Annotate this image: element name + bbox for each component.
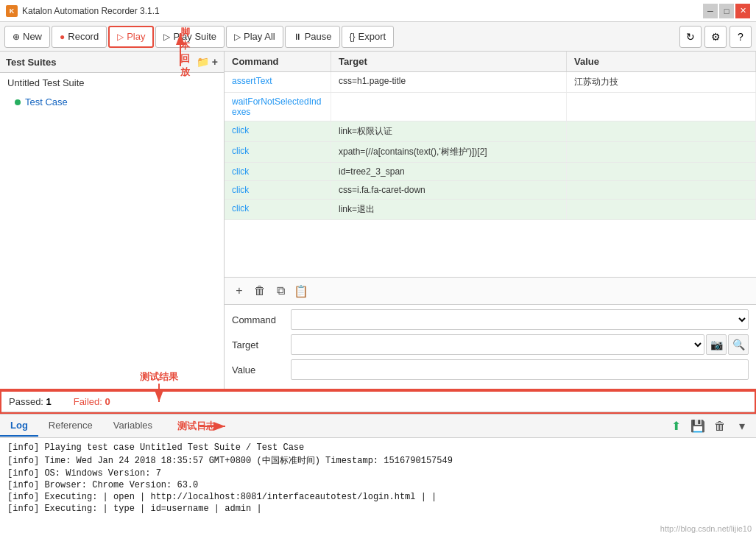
new-button[interactable]: ⊕ New bbox=[4, 26, 50, 48]
suite-name: Untitled Test Suite bbox=[7, 77, 85, 88]
test-case-status-dot bbox=[15, 99, 21, 105]
toolbar-left: ⊕ New ● Record ▷ Play ▷ Play Suite ▷ Pla… bbox=[4, 26, 394, 48]
maximize-button[interactable]: □ bbox=[719, 4, 734, 18]
table-row[interactable]: click link=权限认证 bbox=[225, 121, 756, 142]
command-cell: click bbox=[225, 181, 331, 199]
table-row[interactable]: click id=tree2_3_span bbox=[225, 163, 756, 181]
window-controls: ─ □ ✕ bbox=[703, 4, 750, 18]
table-row[interactable]: waitForNotSelectedIndexes bbox=[225, 93, 756, 121]
test-case-label: Test Case bbox=[25, 96, 68, 107]
failed-count: 0 bbox=[105, 396, 110, 407]
failed-label: Failed: 0 bbox=[74, 396, 110, 407]
pause-label: Pause bbox=[305, 31, 332, 42]
command-select[interactable] bbox=[291, 309, 749, 330]
target-select[interactable] bbox=[291, 334, 704, 355]
target-cell: css=h1.page-title bbox=[331, 72, 567, 92]
form-area: Command Target 📷 🔍 Value bbox=[225, 305, 756, 389]
status-bar: Passed: 1 Failed: 0 bbox=[1, 390, 755, 412]
command-row: Command bbox=[232, 309, 749, 330]
delete-row-button[interactable]: 🗑 bbox=[251, 282, 269, 300]
pause-button[interactable]: ⏸ Pause bbox=[285, 26, 340, 48]
add-suite-icon[interactable]: + bbox=[212, 56, 218, 68]
value-cell bbox=[567, 121, 756, 141]
folder-icon[interactable]: 📁 bbox=[197, 56, 209, 68]
command-cell: assertText bbox=[225, 72, 331, 92]
log-expand-btn[interactable]: ▾ bbox=[732, 417, 752, 436]
target-cell bbox=[331, 93, 567, 121]
test-suites-actions: 📁 + bbox=[197, 56, 218, 68]
table-row[interactable]: click css=i.fa.fa-caret-down bbox=[225, 181, 756, 200]
table-actions: + 🗑 ⧉ 📋 bbox=[225, 278, 756, 305]
value-input[interactable] bbox=[291, 359, 749, 380]
value-cell: 江苏动力技 bbox=[567, 72, 756, 92]
command-form-label: Command bbox=[232, 314, 291, 325]
copy-row-button[interactable]: ⧉ bbox=[272, 282, 289, 300]
log-line: [info] Executing: | open | http://localh… bbox=[7, 492, 749, 502]
log-content: [info] Playing test case Untitled Test S… bbox=[0, 438, 756, 536]
help-icon-btn[interactable]: ? bbox=[729, 26, 752, 48]
paste-row-button[interactable]: 📋 bbox=[292, 282, 310, 300]
add-row-button[interactable]: + bbox=[230, 282, 248, 300]
record-button[interactable]: ● Record bbox=[52, 26, 107, 48]
test-case-item[interactable]: Test Case bbox=[0, 93, 224, 111]
test-suites-title: Test Suites bbox=[6, 57, 56, 68]
value-cell bbox=[567, 93, 756, 121]
play-suite-button[interactable]: ▷ Play Suite bbox=[155, 26, 225, 48]
log-area: Log Reference Variables 测试日志 ⬆ 💾 🗑 bbox=[0, 414, 756, 536]
play-all-icon: ▷ bbox=[234, 32, 241, 42]
tab-reference[interactable]: Reference bbox=[38, 415, 103, 437]
log-save-btn[interactable]: 💾 bbox=[688, 417, 707, 436]
toolbar-right: ↻ ⚙ ? bbox=[679, 26, 752, 48]
log-tabs: Log Reference Variables 测试日志 ⬆ 💾 🗑 bbox=[0, 415, 756, 438]
value-header: Value bbox=[567, 52, 756, 71]
play-all-button[interactable]: ▷ Play All bbox=[226, 26, 283, 48]
tab-log[interactable]: Log bbox=[0, 415, 38, 437]
play-button[interactable]: ▷ Play bbox=[108, 26, 154, 48]
table-row[interactable]: click xpath=(//a[contains(text(),'树维护')]… bbox=[225, 142, 756, 163]
play-suite-icon: ▷ bbox=[163, 32, 170, 42]
log-clear-btn[interactable]: 🗑 bbox=[710, 417, 729, 436]
table-row[interactable]: click link=退出 bbox=[225, 200, 756, 220]
record-label: Record bbox=[68, 31, 99, 42]
target-form-label: Target bbox=[232, 339, 291, 350]
value-cell bbox=[567, 163, 756, 180]
log-line: [info] Time: Wed Jan 24 2018 18:35:57 GM… bbox=[7, 454, 749, 467]
log-line: [info] OS: Windows Version: 7 bbox=[7, 468, 749, 479]
close-button[interactable]: ✕ bbox=[735, 4, 750, 18]
export-button[interactable]: {} Export bbox=[342, 26, 395, 48]
target-search-btn[interactable]: 🔍 bbox=[728, 334, 749, 355]
command-cell: click bbox=[225, 121, 331, 141]
target-screenshot-btn[interactable]: 📷 bbox=[706, 334, 727, 355]
right-panel: Command Target Value assertText css=h1.p… bbox=[225, 52, 756, 389]
left-panel: Test Suites 📁 + Untitled Test Suite Test… bbox=[0, 52, 225, 389]
main-toolbar: ⊕ New ● Record ▷ Play ▷ Play Suite ▷ Pla… bbox=[0, 22, 756, 52]
passed-count: 1 bbox=[46, 396, 52, 407]
export-label: Export bbox=[358, 31, 386, 42]
value-form-label: Value bbox=[232, 364, 291, 375]
value-cell bbox=[567, 181, 756, 199]
log-tabs-right: ⬆ 💾 🗑 ▾ bbox=[666, 417, 756, 436]
status-bar-wrapper: Passed: 1 Failed: 0 bbox=[0, 389, 756, 414]
new-icon: ⊕ bbox=[13, 32, 20, 42]
log-upload-btn[interactable]: ⬆ bbox=[666, 417, 685, 436]
title-bar: K Katalon Automation Recorder 3.1.1 ─ □ … bbox=[0, 0, 756, 22]
minimize-button[interactable]: ─ bbox=[703, 4, 718, 18]
log-tabs-left: Log Reference Variables 测试日志 bbox=[0, 415, 216, 437]
command-cell: click bbox=[225, 163, 331, 180]
refresh-icon-btn[interactable]: ↻ bbox=[679, 26, 702, 48]
log-line: [info] Browser: Chrome Version: 63.0 bbox=[7, 480, 749, 490]
log-line: [info] Executing: | type | id=username |… bbox=[7, 504, 749, 514]
command-cell: waitForNotSelectedIndexes bbox=[225, 93, 331, 121]
record-icon: ● bbox=[60, 32, 65, 42]
app-title: Katalon Automation Recorder 3.1.1 bbox=[22, 6, 160, 16]
play-all-label: Play All bbox=[244, 31, 275, 42]
new-label: New bbox=[23, 31, 42, 42]
settings-icon-btn[interactable]: ⚙ bbox=[704, 26, 727, 48]
tab-variables[interactable]: Variables bbox=[103, 415, 163, 437]
title-bar-left: K Katalon Automation Recorder 3.1.1 bbox=[6, 5, 160, 17]
suite-item[interactable]: Untitled Test Suite bbox=[0, 73, 224, 93]
table-row[interactable]: assertText css=h1.page-title 江苏动力技 bbox=[225, 72, 756, 93]
value-row: Value bbox=[232, 359, 749, 380]
target-row: Target 📷 🔍 bbox=[232, 334, 749, 355]
export-icon: {} bbox=[350, 32, 356, 42]
